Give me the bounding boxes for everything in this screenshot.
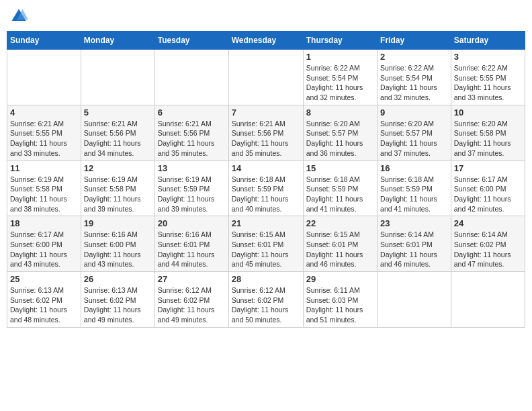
calendar-cell: 2Sunrise: 6:22 AM Sunset: 5:54 PM Daylig… [378, 50, 451, 105]
day-info: Sunrise: 6:21 AM Sunset: 5:56 PM Dayligh… [84, 119, 152, 158]
day-number: 2 [380, 52, 448, 62]
calendar-cell: 24Sunrise: 6:14 AM Sunset: 6:02 PM Dayli… [451, 216, 525, 272]
day-number: 21 [232, 218, 300, 228]
day-info: Sunrise: 6:20 AM Sunset: 5:58 PM Dayligh… [454, 119, 522, 158]
calendar-cell: 7Sunrise: 6:21 AM Sunset: 5:56 PM Daylig… [228, 105, 303, 161]
logo-icon [9, 7, 28, 26]
day-info: Sunrise: 6:19 AM Sunset: 5:59 PM Dayligh… [158, 175, 226, 214]
day-number: 26 [84, 274, 152, 284]
day-number: 27 [158, 274, 226, 284]
day-info: Sunrise: 6:22 AM Sunset: 5:54 PM Dayligh… [306, 63, 374, 103]
day-of-week-header: Saturday [451, 32, 525, 50]
calendar-cell: 22Sunrise: 6:15 AM Sunset: 6:01 PM Dayli… [303, 216, 377, 272]
day-number: 7 [232, 107, 300, 118]
calendar-week-row: 18Sunrise: 6:17 AM Sunset: 6:00 PM Dayli… [7, 216, 525, 272]
calendar-cell: 21Sunrise: 6:15 AM Sunset: 6:01 PM Dayli… [228, 216, 303, 272]
calendar-week-row: 25Sunrise: 6:13 AM Sunset: 6:02 PM Dayli… [7, 272, 525, 328]
day-info: Sunrise: 6:13 AM Sunset: 6:02 PM Dayligh… [84, 285, 152, 325]
day-info: Sunrise: 6:12 AM Sunset: 6:02 PM Dayligh… [158, 285, 226, 325]
calendar-cell: 4Sunrise: 6:21 AM Sunset: 5:55 PM Daylig… [7, 105, 81, 161]
calendar-cell [378, 272, 451, 328]
day-info: Sunrise: 6:20 AM Sunset: 5:57 PM Dayligh… [380, 119, 448, 158]
calendar-cell [451, 272, 525, 328]
day-info: Sunrise: 6:18 AM Sunset: 5:59 PM Dayligh… [232, 175, 300, 214]
calendar-week-row: 1Sunrise: 6:22 AM Sunset: 5:54 PM Daylig… [7, 50, 525, 105]
day-info: Sunrise: 6:18 AM Sunset: 5:59 PM Dayligh… [306, 175, 374, 214]
day-number: 16 [380, 163, 448, 173]
calendar-cell: 3Sunrise: 6:22 AM Sunset: 5:55 PM Daylig… [451, 50, 525, 105]
calendar-cell: 28Sunrise: 6:12 AM Sunset: 6:02 PM Dayli… [228, 272, 303, 328]
day-number: 22 [306, 218, 374, 228]
calendar-cell: 12Sunrise: 6:19 AM Sunset: 5:58 PM Dayli… [81, 161, 154, 216]
calendar-cell: 25Sunrise: 6:13 AM Sunset: 6:02 PM Dayli… [7, 272, 81, 328]
calendar-cell: 19Sunrise: 6:16 AM Sunset: 6:00 PM Dayli… [81, 216, 154, 272]
day-of-week-header: Thursday [303, 32, 377, 50]
day-number: 6 [158, 107, 226, 118]
day-info: Sunrise: 6:16 AM Sunset: 6:00 PM Dayligh… [84, 230, 152, 269]
calendar-cell: 29Sunrise: 6:11 AM Sunset: 6:03 PM Dayli… [303, 272, 377, 328]
calendar-cell: 11Sunrise: 6:19 AM Sunset: 5:58 PM Dayli… [7, 161, 81, 216]
day-info: Sunrise: 6:12 AM Sunset: 6:02 PM Dayligh… [232, 285, 300, 325]
day-info: Sunrise: 6:11 AM Sunset: 6:03 PM Dayligh… [306, 285, 374, 325]
calendar-cell: 16Sunrise: 6:18 AM Sunset: 5:59 PM Dayli… [378, 161, 451, 216]
day-of-week-header: Sunday [7, 32, 81, 50]
day-info: Sunrise: 6:15 AM Sunset: 6:01 PM Dayligh… [306, 230, 374, 269]
calendar: SundayMondayTuesdayWednesdayThursdayFrid… [7, 31, 525, 328]
day-number: 1 [306, 52, 374, 62]
day-number: 9 [380, 107, 448, 118]
calendar-cell: 9Sunrise: 6:20 AM Sunset: 5:57 PM Daylig… [378, 105, 451, 161]
day-number: 11 [10, 163, 78, 173]
calendar-cell: 23Sunrise: 6:14 AM Sunset: 6:01 PM Dayli… [378, 216, 451, 272]
calendar-cell: 5Sunrise: 6:21 AM Sunset: 5:56 PM Daylig… [81, 105, 154, 161]
calendar-cell [228, 50, 303, 105]
day-of-week-header: Monday [81, 32, 154, 50]
day-info: Sunrise: 6:22 AM Sunset: 5:54 PM Dayligh… [380, 63, 448, 103]
day-number: 4 [10, 107, 78, 118]
day-of-week-header: Wednesday [228, 32, 303, 50]
header [7, 7, 525, 26]
logo [9, 7, 31, 26]
day-info: Sunrise: 6:16 AM Sunset: 6:01 PM Dayligh… [158, 230, 226, 269]
calendar-cell: 27Sunrise: 6:12 AM Sunset: 6:02 PM Dayli… [154, 272, 228, 328]
day-number: 29 [306, 274, 374, 284]
day-number: 13 [158, 163, 226, 173]
calendar-cell [81, 50, 154, 105]
calendar-cell: 18Sunrise: 6:17 AM Sunset: 6:00 PM Dayli… [7, 216, 81, 272]
calendar-cell: 14Sunrise: 6:18 AM Sunset: 5:59 PM Dayli… [228, 161, 303, 216]
day-info: Sunrise: 6:21 AM Sunset: 5:56 PM Dayligh… [158, 119, 226, 158]
calendar-cell: 17Sunrise: 6:17 AM Sunset: 6:00 PM Dayli… [451, 161, 525, 216]
calendar-cell: 20Sunrise: 6:16 AM Sunset: 6:01 PM Dayli… [154, 216, 228, 272]
calendar-cell: 10Sunrise: 6:20 AM Sunset: 5:58 PM Dayli… [451, 105, 525, 161]
day-number: 17 [454, 163, 522, 173]
day-number: 12 [84, 163, 152, 173]
day-info: Sunrise: 6:21 AM Sunset: 5:56 PM Dayligh… [232, 119, 300, 158]
calendar-cell: 15Sunrise: 6:18 AM Sunset: 5:59 PM Dayli… [303, 161, 377, 216]
day-info: Sunrise: 6:14 AM Sunset: 6:01 PM Dayligh… [380, 230, 448, 269]
day-number: 24 [454, 218, 522, 228]
day-info: Sunrise: 6:13 AM Sunset: 6:02 PM Dayligh… [10, 285, 78, 325]
calendar-cell: 6Sunrise: 6:21 AM Sunset: 5:56 PM Daylig… [154, 105, 228, 161]
calendar-header-row: SundayMondayTuesdayWednesdayThursdayFrid… [7, 32, 525, 50]
day-of-week-header: Friday [378, 32, 451, 50]
day-number: 20 [158, 218, 226, 228]
day-number: 23 [380, 218, 448, 228]
calendar-week-row: 11Sunrise: 6:19 AM Sunset: 5:58 PM Dayli… [7, 161, 525, 216]
day-info: Sunrise: 6:19 AM Sunset: 5:58 PM Dayligh… [84, 175, 152, 214]
calendar-cell: 26Sunrise: 6:13 AM Sunset: 6:02 PM Dayli… [81, 272, 154, 328]
calendar-week-row: 4Sunrise: 6:21 AM Sunset: 5:55 PM Daylig… [7, 105, 525, 161]
calendar-cell [154, 50, 228, 105]
day-info: Sunrise: 6:20 AM Sunset: 5:57 PM Dayligh… [306, 119, 374, 158]
day-info: Sunrise: 6:14 AM Sunset: 6:02 PM Dayligh… [454, 230, 522, 269]
day-info: Sunrise: 6:19 AM Sunset: 5:58 PM Dayligh… [10, 175, 78, 214]
day-of-week-header: Tuesday [154, 32, 228, 50]
day-number: 3 [454, 52, 522, 62]
day-info: Sunrise: 6:15 AM Sunset: 6:01 PM Dayligh… [232, 230, 300, 269]
day-info: Sunrise: 6:22 AM Sunset: 5:55 PM Dayligh… [454, 63, 522, 103]
day-info: Sunrise: 6:18 AM Sunset: 5:59 PM Dayligh… [380, 175, 448, 214]
day-info: Sunrise: 6:21 AM Sunset: 5:55 PM Dayligh… [10, 119, 78, 158]
calendar-cell: 8Sunrise: 6:20 AM Sunset: 5:57 PM Daylig… [303, 105, 377, 161]
day-number: 5 [84, 107, 152, 118]
day-info: Sunrise: 6:17 AM Sunset: 6:00 PM Dayligh… [454, 175, 522, 214]
day-number: 28 [232, 274, 300, 284]
day-number: 15 [306, 163, 374, 173]
